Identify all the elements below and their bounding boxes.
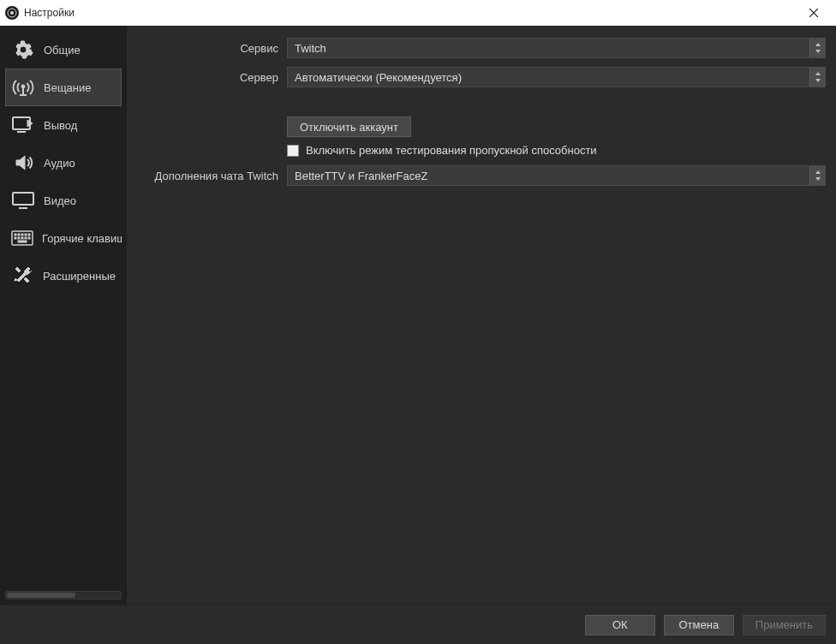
svg-rect-11 bbox=[25, 234, 27, 236]
sidebar-item-output[interactable]: Вывод bbox=[5, 106, 122, 144]
sidebar-item-label: Видео bbox=[44, 194, 76, 207]
svg-rect-10 bbox=[21, 234, 23, 236]
sidebar-item-stream[interactable]: Вещание bbox=[5, 69, 122, 106]
sidebar-scrollbar[interactable] bbox=[5, 591, 122, 599]
tools-icon bbox=[11, 265, 34, 286]
addons-value: BetterTTV и FrankerFaceZ bbox=[288, 166, 809, 185]
keyboard-icon bbox=[11, 230, 33, 246]
gear-icon bbox=[11, 39, 35, 60]
sidebar-item-general[interactable]: Общие bbox=[5, 31, 122, 69]
sidebar-item-advanced[interactable]: Расширенные bbox=[5, 257, 122, 295]
sidebar-item-hotkeys[interactable]: Горячие клавиши bbox=[5, 219, 122, 257]
addons-label: Дополнения чата Twitch bbox=[137, 170, 287, 182]
chevron-updown-icon bbox=[809, 39, 825, 57]
audio-icon bbox=[11, 152, 35, 173]
sidebar-item-video[interactable]: Видео bbox=[5, 182, 122, 219]
service-value: Twitch bbox=[288, 39, 809, 57]
sidebar-item-label: Вывод bbox=[44, 119, 77, 132]
sidebar-item-label: Горячие клавиши bbox=[42, 232, 122, 245]
dialog-footer: ОК Отмена Применить bbox=[0, 605, 836, 644]
svg-rect-13 bbox=[15, 237, 16, 239]
svg-rect-8 bbox=[15, 234, 16, 236]
broadcast-icon bbox=[11, 77, 35, 98]
svg-rect-6 bbox=[13, 193, 33, 205]
server-combo[interactable]: Автоматически (Рекомендуется) bbox=[287, 67, 826, 87]
svg-rect-12 bbox=[28, 234, 30, 236]
cancel-button[interactable]: Отмена bbox=[664, 615, 734, 635]
svg-rect-16 bbox=[25, 237, 27, 239]
close-button[interactable] bbox=[797, 1, 831, 25]
app-icon bbox=[5, 6, 19, 20]
window-title: Настройки bbox=[24, 7, 75, 19]
svg-point-1 bbox=[10, 11, 14, 15]
sidebar-item-label: Расширенные bbox=[43, 270, 116, 283]
bandwidth-test-label: Включить режим тестирования пропускной с… bbox=[306, 144, 597, 157]
svg-point-4 bbox=[21, 85, 25, 88]
server-value: Автоматически (Рекомендуется) bbox=[288, 68, 809, 86]
titlebar: Настройки bbox=[0, 0, 836, 26]
output-icon bbox=[11, 116, 35, 134]
settings-content: Сервис Twitch Сервер Автоматически (Реко… bbox=[127, 26, 836, 605]
disconnect-account-button[interactable]: Отключить аккаунт bbox=[287, 116, 411, 137]
ok-button[interactable]: ОК bbox=[585, 615, 655, 635]
sidebar-item-label: Вещание bbox=[44, 81, 92, 94]
sidebar-item-label: Общие bbox=[44, 44, 81, 57]
svg-rect-14 bbox=[18, 237, 20, 239]
svg-rect-15 bbox=[21, 237, 23, 239]
chevron-updown-icon bbox=[809, 68, 825, 86]
monitor-icon bbox=[11, 191, 35, 210]
svg-rect-9 bbox=[18, 234, 20, 236]
apply-button[interactable]: Применить bbox=[743, 615, 826, 635]
chevron-updown-icon bbox=[809, 166, 825, 185]
svg-rect-17 bbox=[28, 237, 30, 239]
twitch-addons-combo[interactable]: BetterTTV и FrankerFaceZ bbox=[287, 165, 826, 186]
service-combo[interactable]: Twitch bbox=[287, 38, 826, 58]
sidebar: Общие Вещание Вывод Аудио bbox=[0, 26, 127, 605]
service-label: Сервис bbox=[137, 42, 287, 55]
sidebar-item-label: Аудио bbox=[44, 157, 75, 170]
server-label: Сервер bbox=[137, 71, 287, 84]
svg-rect-18 bbox=[18, 241, 27, 242]
sidebar-item-audio[interactable]: Аудио bbox=[5, 144, 122, 182]
bandwidth-test-checkbox[interactable] bbox=[287, 145, 299, 157]
